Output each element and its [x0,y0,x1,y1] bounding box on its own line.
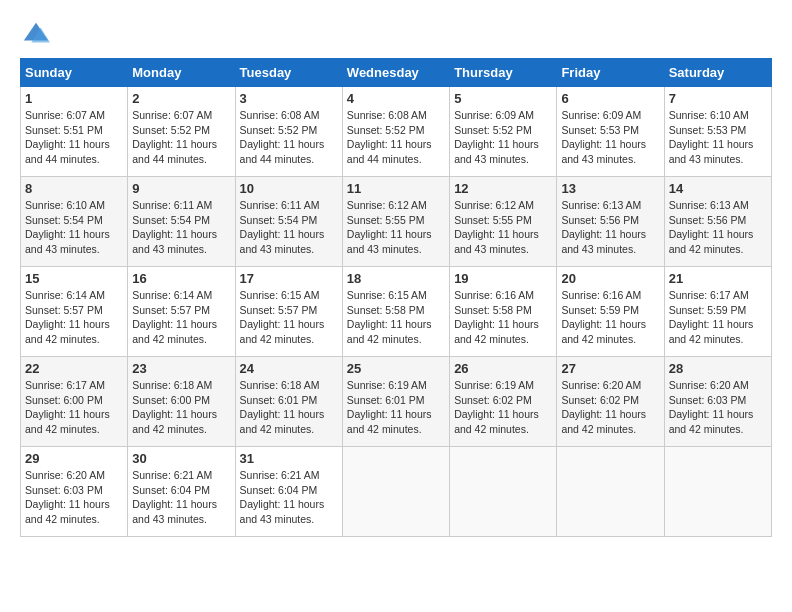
day-number: 9 [132,181,230,196]
calendar-cell: 31 Sunrise: 6:21 AM Sunset: 6:04 PM Dayl… [235,447,342,537]
sunrise-label: Sunrise: 6:07 AM [25,109,105,121]
day-info: Sunrise: 6:11 AM Sunset: 5:54 PM Dayligh… [132,198,230,257]
sunset-label: Sunset: 5:53 PM [561,124,639,136]
day-number: 3 [240,91,338,106]
day-info: Sunrise: 6:11 AM Sunset: 5:54 PM Dayligh… [240,198,338,257]
daylight-label: Daylight: 11 hours and 42 minutes. [25,408,110,435]
day-number: 21 [669,271,767,286]
day-number: 28 [669,361,767,376]
sunrise-label: Sunrise: 6:15 AM [347,289,427,301]
day-number: 1 [25,91,123,106]
calendar-cell: 18 Sunrise: 6:15 AM Sunset: 5:58 PM Dayl… [342,267,449,357]
calendar-cell: 10 Sunrise: 6:11 AM Sunset: 5:54 PM Dayl… [235,177,342,267]
sunset-label: Sunset: 6:02 PM [454,394,532,406]
logo [20,20,50,48]
sunset-label: Sunset: 5:54 PM [25,214,103,226]
day-number: 18 [347,271,445,286]
calendar-week-row: 22 Sunrise: 6:17 AM Sunset: 6:00 PM Dayl… [21,357,772,447]
day-number: 4 [347,91,445,106]
sunrise-label: Sunrise: 6:20 AM [669,379,749,391]
day-info: Sunrise: 6:17 AM Sunset: 6:00 PM Dayligh… [25,378,123,437]
calendar-cell: 30 Sunrise: 6:21 AM Sunset: 6:04 PM Dayl… [128,447,235,537]
daylight-label: Daylight: 11 hours and 43 minutes. [132,228,217,255]
calendar-cell: 6 Sunrise: 6:09 AM Sunset: 5:53 PM Dayli… [557,87,664,177]
calendar-cell: 19 Sunrise: 6:16 AM Sunset: 5:58 PM Dayl… [450,267,557,357]
day-info: Sunrise: 6:16 AM Sunset: 5:58 PM Dayligh… [454,288,552,347]
day-number: 19 [454,271,552,286]
day-info: Sunrise: 6:13 AM Sunset: 5:56 PM Dayligh… [561,198,659,257]
sunrise-label: Sunrise: 6:13 AM [669,199,749,211]
sunset-label: Sunset: 6:04 PM [132,484,210,496]
sunset-label: Sunset: 6:01 PM [240,394,318,406]
day-info: Sunrise: 6:20 AM Sunset: 6:02 PM Dayligh… [561,378,659,437]
day-info: Sunrise: 6:14 AM Sunset: 5:57 PM Dayligh… [25,288,123,347]
sunrise-label: Sunrise: 6:07 AM [132,109,212,121]
sunset-label: Sunset: 5:56 PM [669,214,747,226]
daylight-label: Daylight: 11 hours and 42 minutes. [240,318,325,345]
sunset-label: Sunset: 5:54 PM [132,214,210,226]
day-number: 11 [347,181,445,196]
daylight-label: Daylight: 11 hours and 42 minutes. [454,318,539,345]
sunset-label: Sunset: 5:52 PM [454,124,532,136]
day-number: 7 [669,91,767,106]
sunset-label: Sunset: 5:53 PM [669,124,747,136]
sunrise-label: Sunrise: 6:16 AM [454,289,534,301]
day-number: 8 [25,181,123,196]
calendar-week-row: 8 Sunrise: 6:10 AM Sunset: 5:54 PM Dayli… [21,177,772,267]
calendar-cell: 25 Sunrise: 6:19 AM Sunset: 6:01 PM Dayl… [342,357,449,447]
sunrise-label: Sunrise: 6:08 AM [347,109,427,121]
sunrise-label: Sunrise: 6:11 AM [132,199,212,211]
day-number: 22 [25,361,123,376]
daylight-label: Daylight: 11 hours and 43 minutes. [347,228,432,255]
day-info: Sunrise: 6:21 AM Sunset: 6:04 PM Dayligh… [240,468,338,527]
sunset-label: Sunset: 5:58 PM [454,304,532,316]
calendar-cell: 28 Sunrise: 6:20 AM Sunset: 6:03 PM Dayl… [664,357,771,447]
sunset-label: Sunset: 5:56 PM [561,214,639,226]
day-number: 17 [240,271,338,286]
daylight-label: Daylight: 11 hours and 42 minutes. [132,318,217,345]
day-info: Sunrise: 6:17 AM Sunset: 5:59 PM Dayligh… [669,288,767,347]
daylight-label: Daylight: 11 hours and 44 minutes. [240,138,325,165]
day-info: Sunrise: 6:12 AM Sunset: 5:55 PM Dayligh… [347,198,445,257]
day-number: 6 [561,91,659,106]
day-number: 12 [454,181,552,196]
sunset-label: Sunset: 5:52 PM [240,124,318,136]
sunrise-label: Sunrise: 6:16 AM [561,289,641,301]
weekday-header-wednesday: Wednesday [342,59,449,87]
daylight-label: Daylight: 11 hours and 42 minutes. [132,408,217,435]
daylight-label: Daylight: 11 hours and 43 minutes. [132,498,217,525]
daylight-label: Daylight: 11 hours and 42 minutes. [669,228,754,255]
calendar-cell: 21 Sunrise: 6:17 AM Sunset: 5:59 PM Dayl… [664,267,771,357]
sunrise-label: Sunrise: 6:14 AM [132,289,212,301]
calendar-cell: 1 Sunrise: 6:07 AM Sunset: 5:51 PM Dayli… [21,87,128,177]
day-number: 27 [561,361,659,376]
sunrise-label: Sunrise: 6:21 AM [132,469,212,481]
sunrise-label: Sunrise: 6:21 AM [240,469,320,481]
sunrise-label: Sunrise: 6:18 AM [240,379,320,391]
day-info: Sunrise: 6:15 AM Sunset: 5:57 PM Dayligh… [240,288,338,347]
daylight-label: Daylight: 11 hours and 43 minutes. [454,228,539,255]
calendar-header-row: SundayMondayTuesdayWednesdayThursdayFrid… [21,59,772,87]
day-number: 29 [25,451,123,466]
calendar-cell: 24 Sunrise: 6:18 AM Sunset: 6:01 PM Dayl… [235,357,342,447]
day-info: Sunrise: 6:13 AM Sunset: 5:56 PM Dayligh… [669,198,767,257]
sunrise-label: Sunrise: 6:08 AM [240,109,320,121]
weekday-header-saturday: Saturday [664,59,771,87]
day-number: 25 [347,361,445,376]
daylight-label: Daylight: 11 hours and 43 minutes. [561,228,646,255]
daylight-label: Daylight: 11 hours and 42 minutes. [347,318,432,345]
calendar-cell: 20 Sunrise: 6:16 AM Sunset: 5:59 PM Dayl… [557,267,664,357]
sunrise-label: Sunrise: 6:19 AM [347,379,427,391]
day-number: 5 [454,91,552,106]
day-info: Sunrise: 6:12 AM Sunset: 5:55 PM Dayligh… [454,198,552,257]
sunrise-label: Sunrise: 6:15 AM [240,289,320,301]
calendar-cell: 16 Sunrise: 6:14 AM Sunset: 5:57 PM Dayl… [128,267,235,357]
day-number: 16 [132,271,230,286]
calendar-cell: 8 Sunrise: 6:10 AM Sunset: 5:54 PM Dayli… [21,177,128,267]
calendar-cell [664,447,771,537]
calendar-cell [342,447,449,537]
day-info: Sunrise: 6:10 AM Sunset: 5:54 PM Dayligh… [25,198,123,257]
day-number: 31 [240,451,338,466]
calendar-cell [557,447,664,537]
day-number: 14 [669,181,767,196]
